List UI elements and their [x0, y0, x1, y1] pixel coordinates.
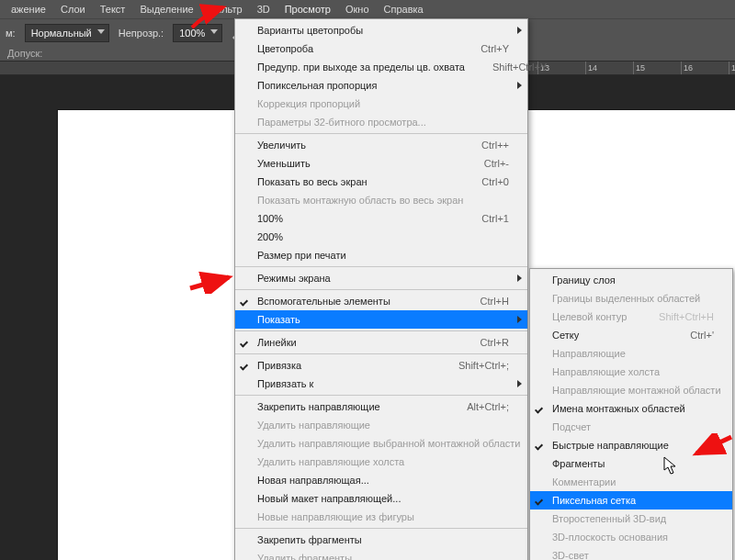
- menu-item-shortcut: Ctrl++: [481, 140, 509, 151]
- menu-separator: [235, 133, 527, 134]
- menu-item-label: Второстепенный 3D-вид: [552, 513, 714, 524]
- view-menu-item[interactable]: УвеличитьCtrl++: [235, 136, 527, 154]
- menu-item-label: Предупр. при выходе за пределы цв. охват…: [257, 62, 465, 73]
- menu-item-label: Цветопроба: [257, 43, 453, 54]
- menu-item-shortcut: Shift+Ctrl+H: [659, 311, 714, 322]
- view-menu-item[interactable]: Попиксельная пропорция: [235, 76, 527, 95]
- menu-item-label: Показать монтажную область во весь экран: [257, 195, 509, 206]
- menu-item-label: 100%: [257, 213, 454, 224]
- menu-item-label: Направляющие: [552, 348, 714, 359]
- menu-item-label: Привязать к: [257, 378, 509, 389]
- menu-item-label: Привязка: [257, 360, 431, 371]
- menu-item-label: Подсчет: [552, 421, 714, 432]
- view-menu-item: Новые направляющие из фигуры: [235, 508, 527, 526]
- show-submenu-item[interactable]: Имена монтажных областей: [530, 399, 732, 418]
- menu-item-text[interactable]: Текст: [93, 2, 133, 17]
- view-menu-dropdown: Варианты цветопробыЦветопробаCtrl+YПреду…: [234, 18, 528, 560]
- menu-item-label: Пиксельная сетка: [552, 495, 714, 506]
- view-menu-item[interactable]: Привязать к: [235, 375, 527, 393]
- menu-item-help[interactable]: Справка: [377, 2, 431, 17]
- ruler-tick: 14: [585, 62, 586, 74]
- view-menu-item[interactable]: Новый макет направляющей...: [235, 489, 527, 508]
- view-menu-item: Удалить направляющие: [235, 416, 527, 434]
- view-menu-item[interactable]: 200%: [235, 228, 527, 246]
- blend-mode-select[interactable]: Нормальный: [25, 24, 109, 42]
- menu-item-label: Границу слоя: [552, 274, 714, 286]
- menu-item-label: Уменьшить: [257, 158, 457, 169]
- view-menu-item: Удалить направляющие выбранной монтажной…: [235, 434, 527, 453]
- menu-separator: [235, 395, 527, 396]
- menu-item-label: Закрепить фрагменты: [257, 534, 509, 545]
- menu-item-label: 3D-плоскость основания: [552, 532, 714, 543]
- show-submenu-item: 3D-свет: [530, 546, 732, 560]
- view-menu-item[interactable]: Размер при печати: [235, 246, 527, 264]
- view-menu-item: Параметры 32-битного просмотра...: [235, 113, 527, 131]
- menu-item-label: Новый макет направляющей...: [257, 493, 509, 504]
- menu-item-label: Линейки: [257, 337, 453, 348]
- menu-item-label: Размер при печати: [257, 250, 509, 261]
- menu-item-label: 200%: [257, 231, 509, 242]
- annotation-arrow-icon: [691, 433, 733, 461]
- show-submenu-item[interactable]: Пиксельная сетка: [530, 491, 732, 510]
- menu-item-label: Быстрые направляющие: [552, 440, 714, 451]
- show-submenu-item[interactable]: СеткуCtrl+': [530, 326, 732, 344]
- chevron-right-icon: [517, 27, 522, 34]
- menu-item-layers[interactable]: Слои: [53, 2, 93, 17]
- menu-item-label: Режимы экрана: [257, 273, 509, 284]
- menu-item-label: Сетку: [552, 330, 662, 341]
- menu-item-label: Фрагменты: [552, 458, 714, 469]
- check-icon: [536, 403, 547, 414]
- menu-item-label: Направляющие холста: [552, 366, 714, 377]
- menu-item-label: Показать во весь экран: [257, 176, 454, 187]
- view-menu-item[interactable]: ПривязкаShift+Ctrl+;: [235, 356, 527, 375]
- view-menu-item[interactable]: 100%Ctrl+1: [235, 209, 527, 228]
- ruler-tick-label: 16: [684, 63, 693, 73]
- menu-separator: [235, 353, 527, 354]
- menu-item-label: Удалить направляющие: [257, 420, 509, 431]
- mode-label: м:: [4, 28, 17, 39]
- ruler-tick-label: 14: [588, 63, 597, 73]
- menu-item-shortcut: Ctrl+0: [481, 176, 509, 187]
- view-menu-item[interactable]: Варианты цветопробы: [235, 21, 527, 39]
- tolerance-label: Допуск:: [7, 48, 42, 59]
- view-menu-item[interactable]: Показать: [235, 310, 527, 329]
- view-menu-item[interactable]: ЦветопробаCtrl+Y: [235, 39, 527, 58]
- show-submenu-item[interactable]: Границу слоя: [530, 271, 732, 289]
- menu-item-shortcut: Alt+Ctrl+;: [467, 401, 509, 412]
- show-submenu-item: Комментарии: [530, 473, 732, 491]
- menu-item-window[interactable]: Окно: [338, 2, 377, 17]
- menu-separator: [235, 289, 527, 290]
- menu-item-3d[interactable]: 3D: [250, 2, 277, 17]
- check-icon: [536, 495, 547, 506]
- menu-item-label: Новые направляющие из фигуры: [257, 511, 509, 522]
- view-menu-item[interactable]: Вспомогательные элементыCtrl+H: [235, 292, 527, 310]
- view-menu-item[interactable]: УменьшитьCtrl+-: [235, 154, 527, 173]
- view-menu-item[interactable]: Предупр. при выходе за пределы цв. охват…: [235, 58, 527, 76]
- view-menu-item[interactable]: Закрепить фрагменты: [235, 531, 527, 549]
- menu-item-shortcut: Shift+Ctrl+;: [458, 360, 509, 371]
- menu-item-label: Имена монтажных областей: [552, 403, 714, 414]
- view-menu-item[interactable]: Показать во весь экранCtrl+0: [235, 173, 527, 191]
- view-menu-item: Коррекция пропорций: [235, 95, 527, 113]
- view-menu-item[interactable]: Режимы экрана: [235, 269, 527, 287]
- chevron-right-icon: [517, 316, 522, 323]
- annotation-arrow-icon: [188, 268, 234, 294]
- show-submenu-item: Второстепенный 3D-вид: [530, 510, 732, 528]
- view-menu-item: Показать монтажную область во весь экран: [235, 191, 527, 209]
- menu-item-image[interactable]: ажение: [4, 2, 53, 17]
- menu-item-label: 3D-свет: [552, 550, 714, 560]
- check-icon: [241, 296, 252, 307]
- view-menu-item[interactable]: Закрепить направляющиеAlt+Ctrl+;: [235, 398, 527, 416]
- view-menu-item: Удалить направляющие холста: [235, 453, 527, 471]
- chevron-right-icon: [517, 274, 522, 282]
- chevron-right-icon: [517, 380, 522, 387]
- menu-item-shortcut: Ctrl+': [690, 330, 714, 341]
- opacity-label: Непрозр.:: [117, 28, 165, 39]
- show-submenu-item: Границы выделенных областей: [530, 289, 732, 308]
- menu-item-view[interactable]: Просмотр: [277, 2, 338, 17]
- menu-item-label: Закрепить направляющие: [257, 401, 439, 412]
- check-icon: [241, 337, 252, 348]
- view-menu-item[interactable]: ЛинейкиCtrl+R: [235, 333, 527, 352]
- view-menu-item[interactable]: Новая направляющая...: [235, 471, 527, 489]
- ruler-tick: 15: [633, 62, 634, 74]
